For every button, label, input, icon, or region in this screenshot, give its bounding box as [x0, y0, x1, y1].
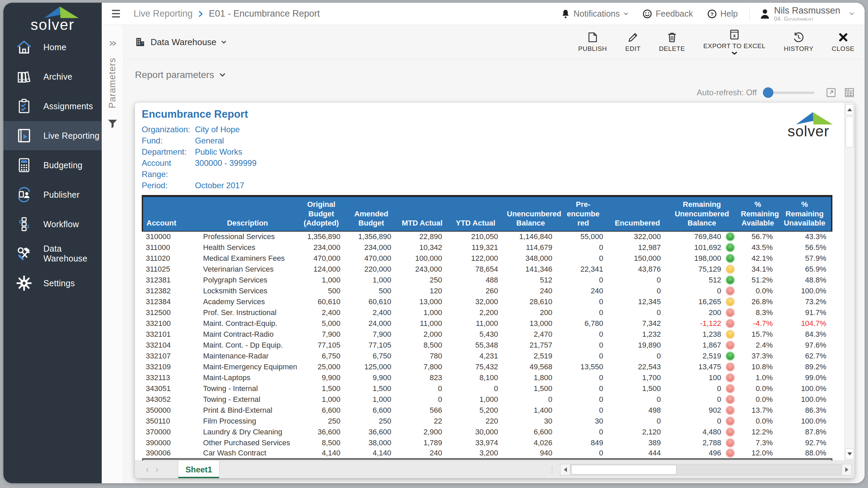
popout-icon[interactable] [826, 87, 836, 98]
sheet-tab[interactable]: Sheet1 [178, 461, 219, 478]
close-x-icon [839, 32, 848, 43]
menu-hamburger-icon[interactable] [112, 9, 122, 18]
sidebar-item-workflow[interactable]: Workflow [3, 210, 102, 239]
table-row: 390006 Car Wash Contract 4,140 4,140 240… [142, 448, 832, 459]
sidebar-item-label: Archive [43, 72, 72, 82]
report-viewer: Encumbrance Report Organization:City of … [135, 103, 854, 478]
notifications-button[interactable]: Notifications [561, 9, 628, 19]
status-light [726, 384, 735, 393]
status-light [726, 308, 735, 317]
user-avatar-icon [760, 8, 770, 19]
status-light [726, 340, 735, 350]
sidebar-item-label: Home [43, 42, 66, 52]
meta-label: Fund: [142, 135, 195, 146]
table-row: 370000 Laundry & Dry Cleaning 36,600 36,… [142, 427, 832, 437]
data-source-selector[interactable]: Data Warehouse [135, 37, 226, 47]
solver-logo-mountain-icon [41, 5, 81, 19]
edit-button[interactable]: EDIT [625, 32, 640, 53]
help-button[interactable]: ? Help [707, 9, 738, 19]
status-light [726, 243, 735, 252]
filter-funnel-icon[interactable] [107, 119, 118, 129]
breadcrumb-section[interactable]: Live Reporting [134, 8, 193, 19]
user-menu[interactable]: Nils Rasmussen 04. Government [760, 6, 854, 22]
topbar: Live Reporting E01 - Encumbrance Report … [102, 3, 865, 25]
auto-refresh-label: Auto-refresh: Off [697, 88, 757, 97]
sidebar-item-archive[interactable]: Archive [3, 62, 102, 92]
auto-refresh-slider[interactable] [764, 92, 814, 94]
sidebar-item-settings[interactable]: Settings [3, 269, 102, 298]
building-icon [135, 37, 146, 47]
app-window: solver Home Archive [3, 3, 865, 483]
assignments-icon [16, 98, 33, 115]
scroll-down-button[interactable] [845, 448, 854, 459]
status-light [726, 362, 735, 371]
expand-parameters-icon[interactable] [109, 41, 116, 46]
breadcrumb-chevron-icon [198, 10, 203, 18]
column-header: Pre-encumbe red [558, 196, 609, 231]
history-button[interactable]: HISTORY [784, 32, 813, 53]
horizontal-scroll-track[interactable] [570, 464, 842, 475]
status-light [726, 232, 735, 241]
chevron-down-icon [849, 12, 854, 16]
toolbar-divider [123, 59, 865, 59]
status-light [726, 286, 735, 295]
sidebar-item-publisher[interactable]: Publisher [3, 180, 102, 210]
table-row: 312384 Academy Services 60,610 60,610 13… [142, 296, 832, 307]
delete-button[interactable]: DELETE [659, 32, 685, 53]
sidebar-item-live-reporting[interactable]: Live Reporting [3, 121, 102, 151]
auto-refresh-knob[interactable] [763, 87, 773, 98]
sidebar-item-assignments[interactable]: Assignments [3, 92, 102, 121]
table-row: 332107 Maintenance-Radar 6,750 6,750 780… [142, 351, 832, 362]
status-light [726, 416, 735, 426]
horizontal-scrollbar[interactable] [560, 464, 852, 475]
scroll-left-button[interactable] [560, 464, 570, 475]
status-light [726, 297, 735, 306]
previous-sheet-button[interactable]: ‹ [146, 464, 149, 475]
status-light [726, 275, 735, 285]
splitter-handle[interactable]: ⋮ [549, 466, 555, 474]
data-warehouse-icon [16, 245, 33, 262]
publisher-icon [16, 186, 33, 203]
scroll-right-button[interactable] [842, 464, 852, 475]
sidebar: solver Home Archive [3, 3, 102, 483]
column-header: Description [198, 196, 297, 231]
publish-page-icon [588, 32, 598, 43]
topbar-divider [749, 7, 750, 21]
report-parameters-toggle[interactable]: Report parameters [135, 69, 854, 81]
sheet-tab-bar: ‹ › Sheet1 ⋮ [135, 461, 854, 478]
table-row: 312382 Locksmith Services 500 500 120 26… [142, 286, 832, 296]
sidebar-item-data-warehouse[interactable]: Data Warehouse [3, 239, 102, 269]
sidebar-item-label: Budgeting [43, 160, 82, 170]
close-button[interactable]: CLOSE [832, 32, 854, 53]
column-header: % Remaining Unavailable [778, 196, 832, 231]
vertical-scroll-thumb[interactable] [846, 116, 853, 148]
svg-text:?: ? [710, 11, 713, 17]
next-sheet-button[interactable]: › [156, 464, 159, 475]
meta-value: 300000 - 399999 [195, 157, 257, 180]
encumbrance-table: Account Description Original Budget (Ado… [142, 195, 832, 461]
export-to-excel-button[interactable]: x EXPORT TO EXCEL [703, 29, 766, 55]
meta-label: Department: [142, 146, 195, 157]
scroll-up-button[interactable] [845, 104, 854, 115]
data-source-label: Data Warehouse [151, 37, 216, 47]
chevron-down-icon [221, 40, 226, 44]
bell-icon [561, 9, 570, 19]
sidebar-item-home[interactable]: Home [3, 33, 102, 62]
sidebar-item-budgeting[interactable]: Budgeting [3, 151, 102, 180]
table-row: 390000 Other Purchased Services 8,500 38… [142, 437, 832, 448]
parameters-panel: Parameters [102, 25, 123, 483]
column-header: YTD Actual [448, 196, 504, 231]
publish-button[interactable]: PUBLISH [578, 32, 607, 53]
meta-value: City of Hope [195, 124, 240, 135]
feedback-label: Feedback [656, 9, 693, 19]
status-light [726, 330, 735, 339]
breadcrumb-page: E01 - Encumbrance Report [209, 8, 320, 19]
spreadsheet-area: Encumbrance Report Organization:City of … [135, 103, 844, 461]
feedback-button[interactable]: Feedback [643, 9, 693, 19]
vertical-scrollbar[interactable] [844, 103, 854, 461]
table-row: 332101 Maint Contract-Radio 7,900 7,900 … [142, 329, 832, 340]
table-row: 311025 Veterinarian Services 124,000 220… [142, 264, 832, 275]
grid-view-icon[interactable] [844, 87, 854, 98]
horizontal-scroll-thumb[interactable] [571, 465, 676, 474]
table-row: 350000 Print & Bind-External 6,600 6,600… [142, 405, 832, 416]
